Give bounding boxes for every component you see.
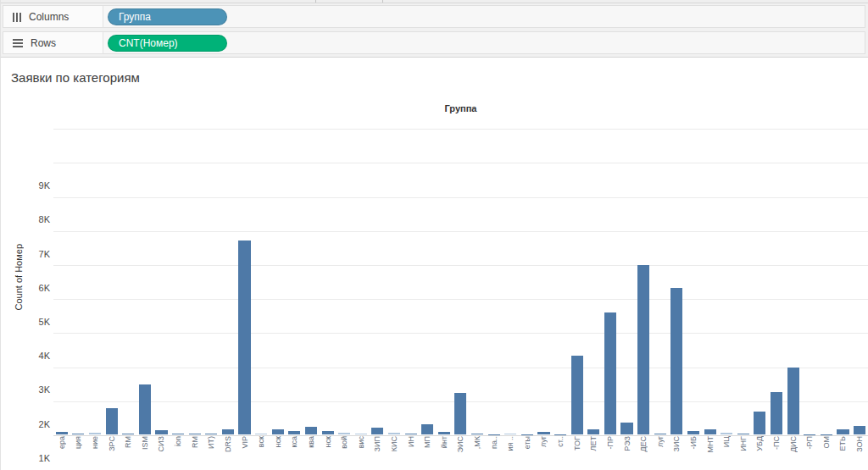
x-axis-label-cell: ия .. — [502, 436, 519, 470]
x-axis-label: ИН — [407, 436, 415, 447]
bar-column — [502, 119, 519, 434]
bar-column — [685, 119, 702, 434]
bar-mark[interactable] — [620, 423, 632, 434]
bar-mark[interactable] — [670, 288, 682, 434]
bar-mark[interactable] — [687, 431, 699, 434]
bar-mark[interactable] — [405, 434, 417, 434]
x-axis-label-cell: RM — [186, 436, 203, 470]
columns-pill-area[interactable]: Группа — [103, 6, 865, 27]
bar-column — [669, 119, 686, 434]
shelves-panel: Columns Группа Rows CNT(Номер) — [1, 3, 868, 57]
x-axis-label: ера — [58, 436, 66, 449]
bar-mark[interactable] — [604, 312, 616, 434]
x-axis-label-cell: -ПР — [602, 436, 619, 470]
rows-shelf[interactable]: Rows CNT(Номер) — [3, 31, 865, 54]
x-axis-label: ква — [307, 436, 315, 448]
bar-mark[interactable] — [454, 393, 466, 434]
x-axis-label-cell: -РП — [801, 436, 818, 470]
bar-column — [552, 119, 569, 434]
x-axis-label-cell: МНТ — [702, 436, 719, 470]
x-axis-label: ЗИП — [373, 436, 381, 451]
bar-mark[interactable] — [571, 356, 583, 434]
bar-mark[interactable] — [89, 433, 101, 434]
x-axis-label: ISM — [141, 436, 149, 450]
bar-mark[interactable] — [471, 434, 483, 434]
bar-mark[interactable] — [854, 426, 865, 434]
bar-mark[interactable] — [322, 431, 334, 434]
bar-mark[interactable] — [438, 432, 450, 434]
bar-mark[interactable] — [272, 429, 284, 434]
y-tick-label: 8K — [1, 214, 50, 224]
x-axis-label-cell: ЛЕТ — [586, 436, 603, 470]
bar-mark[interactable] — [56, 432, 68, 434]
x-axis-label: луг — [656, 436, 665, 447]
x-axis-label-cell: кса — [287, 436, 303, 470]
bar-column — [536, 119, 553, 434]
bar-mark[interactable] — [189, 434, 201, 434]
x-axis-label-cell: ера — [53, 436, 70, 470]
bar-column — [220, 119, 236, 434]
dimension-pill-gruppa[interactable]: Группа — [108, 8, 227, 25]
bar-mark[interactable] — [205, 434, 217, 434]
x-axis-label-cell: ТОГ — [569, 436, 586, 470]
bar-mark[interactable] — [837, 429, 849, 434]
bar-mark[interactable] — [172, 434, 184, 434]
bar-mark[interactable] — [504, 434, 516, 434]
bar-mark[interactable] — [421, 424, 433, 434]
x-axis-label: ИНГ — [739, 436, 748, 451]
bar-mark[interactable] — [721, 433, 732, 434]
x-axis-label: RM — [124, 436, 132, 448]
y-tick-label: 4K — [1, 351, 50, 361]
x-axis-label: нск — [274, 436, 282, 447]
bar-column — [801, 119, 818, 434]
bar-mark[interactable] — [537, 432, 549, 434]
rows-pill-area[interactable]: CNT(Номер) — [103, 32, 865, 53]
bar-mark[interactable] — [255, 434, 267, 434]
bar-mark[interactable] — [139, 384, 151, 434]
worksheet-view: Заявки по категориям Группа Count of Ном… — [1, 57, 868, 470]
bar-column — [86, 119, 103, 434]
bar-mark[interactable] — [355, 434, 367, 434]
y-tick-label: 6K — [1, 283, 50, 293]
x-axis-label-cell: ДЕС — [635, 436, 652, 470]
bar-mark[interactable] — [704, 429, 716, 434]
bar-mark[interactable] — [637, 265, 649, 434]
bar-mark[interactable] — [388, 433, 400, 434]
x-axis-label-cell: нск — [270, 436, 287, 470]
x-axis-label: RM — [191, 436, 199, 448]
y-tick-label: 1K — [1, 453, 50, 463]
x-axis-label-cell: луг — [536, 436, 553, 470]
bar-mark[interactable] — [737, 434, 749, 434]
bar-mark[interactable] — [122, 434, 134, 434]
x-axis-label-cell: КИС — [386, 436, 403, 470]
bar-mark[interactable] — [305, 427, 317, 434]
bar-mark[interactable] — [771, 392, 782, 434]
bar-mark[interactable] — [222, 429, 234, 434]
bar-mark[interactable] — [371, 428, 383, 434]
x-axis-label: ЗИС — [672, 436, 681, 451]
x-axis-label-cell: ОМ — [818, 436, 835, 470]
bar-column — [586, 119, 603, 434]
x-axis-label-cell: ИН — [403, 436, 420, 470]
bar-column — [851, 119, 868, 434]
bar-mark[interactable] — [288, 431, 300, 434]
bar-mark[interactable] — [338, 433, 350, 434]
bar-mark[interactable] — [72, 434, 84, 434]
x-axis-label: КИС — [390, 436, 398, 451]
bar-column — [486, 119, 503, 434]
columns-shelf[interactable]: Columns Группа — [3, 5, 865, 28]
bar-mark[interactable] — [754, 412, 765, 434]
bar-mark[interactable] — [587, 429, 599, 434]
y-tick-label: 2K — [1, 419, 50, 429]
measure-pill-cnt-nomer[interactable]: CNT(Номер) — [108, 35, 227, 52]
bar-column — [370, 119, 387, 434]
x-axis-label: РЭЗ — [623, 436, 632, 451]
bar-mark[interactable] — [106, 408, 118, 434]
bar-mark[interactable] — [238, 241, 250, 434]
bar-mark[interactable] — [787, 368, 799, 434]
y-tick-label: 3K — [1, 384, 50, 395]
bar-column — [70, 119, 87, 434]
bar-mark[interactable] — [654, 434, 666, 434]
bar-mark[interactable] — [155, 430, 167, 434]
x-axis-label: -ИБ — [689, 436, 698, 449]
